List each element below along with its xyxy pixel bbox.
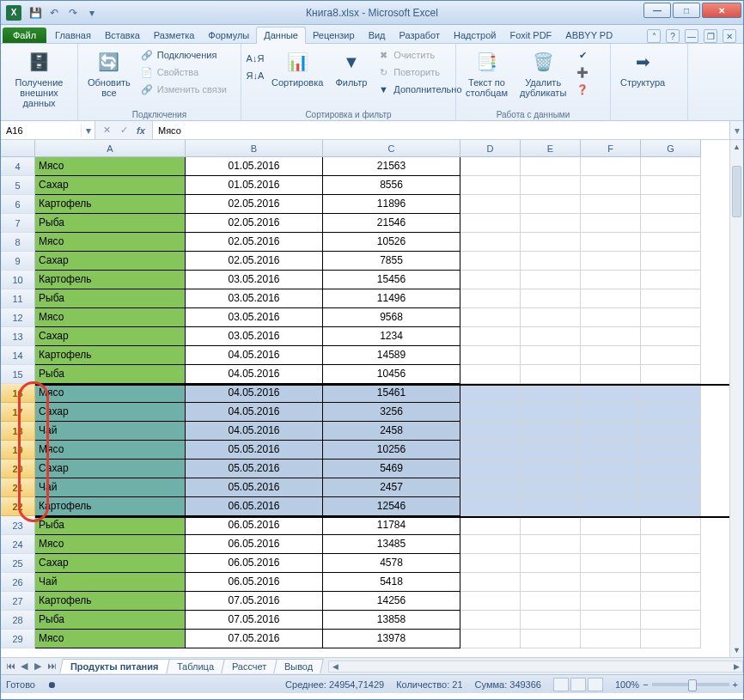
sheet-tab[interactable]: Рассчет bbox=[221, 659, 277, 673]
cell[interactable] bbox=[521, 592, 581, 611]
cell[interactable] bbox=[641, 214, 701, 233]
hscroll-left-icon[interactable]: ◀ bbox=[329, 661, 341, 672]
cell[interactable] bbox=[460, 289, 521, 308]
sheet-nav-prev-icon[interactable]: ◀ bbox=[18, 660, 30, 672]
cell[interactable] bbox=[521, 365, 581, 384]
row-header[interactable]: 15 bbox=[1, 365, 35, 384]
sheet-nav-next-icon[interactable]: ▶ bbox=[32, 660, 44, 672]
tab-надстрой[interactable]: Надстрой bbox=[447, 27, 503, 43]
cell[interactable] bbox=[641, 308, 701, 327]
scroll-up-icon[interactable]: ▲ bbox=[730, 140, 743, 154]
cell[interactable] bbox=[641, 157, 701, 176]
cell[interactable] bbox=[581, 346, 641, 365]
row-header[interactable]: 24 bbox=[1, 535, 35, 554]
cell[interactable] bbox=[460, 384, 521, 403]
zoom-slider[interactable] bbox=[652, 683, 729, 686]
cell[interactable]: 10456 bbox=[323, 365, 460, 384]
tab-file[interactable]: Файл bbox=[3, 27, 46, 43]
cell[interactable] bbox=[460, 346, 521, 365]
cell[interactable] bbox=[641, 573, 701, 592]
view-pagebreak-icon[interactable] bbox=[588, 678, 603, 691]
mdi-close-icon[interactable]: ✕ bbox=[723, 29, 736, 43]
cell[interactable]: 14589 bbox=[323, 346, 460, 365]
cell[interactable] bbox=[460, 592, 521, 611]
cell[interactable] bbox=[641, 289, 701, 308]
cell[interactable]: Рыба bbox=[35, 289, 186, 308]
cell[interactable]: Сахар bbox=[35, 460, 186, 478]
cell[interactable]: Картофель bbox=[35, 497, 186, 516]
cell[interactable] bbox=[460, 554, 521, 573]
cell[interactable]: 03.05.2016 bbox=[186, 308, 323, 327]
row-header[interactable]: 5 bbox=[1, 176, 35, 195]
row-header[interactable]: 20 bbox=[1, 460, 35, 478]
cell[interactable]: Картофель bbox=[35, 592, 186, 611]
tab-данные[interactable]: Данные bbox=[256, 27, 306, 44]
cell[interactable]: Мясо bbox=[35, 630, 186, 648]
cell[interactable] bbox=[581, 365, 641, 384]
cell[interactable]: 06.05.2016 bbox=[186, 554, 323, 573]
cell[interactable]: Сахар bbox=[35, 327, 186, 346]
worksheet-grid[interactable]: ABCDEFG 45678910111213141516171819202122… bbox=[1, 140, 743, 657]
cell[interactable]: 21563 bbox=[323, 157, 460, 176]
row-header[interactable]: 9 bbox=[1, 252, 35, 271]
cell[interactable] bbox=[460, 516, 521, 535]
cell[interactable] bbox=[641, 252, 701, 271]
qat-undo-icon[interactable]: ↶ bbox=[47, 6, 61, 20]
insert-function-button[interactable]: fx bbox=[133, 123, 149, 138]
formula-cancel-icon[interactable]: ✕ bbox=[99, 123, 114, 138]
row-header[interactable]: 27 bbox=[1, 592, 35, 611]
cell[interactable]: 05.05.2016 bbox=[186, 441, 323, 460]
row-header[interactable]: 16 bbox=[1, 384, 35, 403]
cell[interactable]: 02.05.2016 bbox=[186, 195, 323, 214]
cell[interactable] bbox=[581, 384, 641, 403]
cell[interactable]: Сахар bbox=[35, 176, 186, 195]
cell[interactable]: Картофель bbox=[35, 195, 186, 214]
row-header[interactable]: 6 bbox=[1, 195, 35, 214]
cell[interactable] bbox=[460, 422, 521, 441]
cell[interactable]: Мясо bbox=[35, 157, 186, 176]
cell[interactable] bbox=[641, 384, 701, 403]
cell[interactable] bbox=[581, 554, 641, 573]
mdi-minimize-icon[interactable]: — bbox=[685, 29, 698, 43]
tab-разметка[interactable]: Разметка bbox=[147, 27, 202, 43]
cell[interactable] bbox=[581, 308, 641, 327]
cell[interactable] bbox=[641, 516, 701, 535]
cell[interactable] bbox=[581, 157, 641, 176]
cell[interactable] bbox=[521, 271, 581, 289]
cell[interactable]: 06.05.2016 bbox=[186, 573, 323, 592]
cell[interactable] bbox=[521, 384, 581, 403]
cell[interactable] bbox=[460, 271, 521, 289]
tab-foxit pdf[interactable]: Foxit PDF bbox=[503, 27, 558, 43]
cell[interactable]: 13485 bbox=[323, 535, 460, 554]
cell[interactable]: 06.05.2016 bbox=[186, 516, 323, 535]
connections-button[interactable]: 🔗Подключения bbox=[138, 47, 229, 63]
column-header-C[interactable]: C bbox=[323, 140, 460, 157]
zoom-out-icon[interactable]: − bbox=[643, 679, 648, 690]
tab-разработ[interactable]: Разработ bbox=[393, 27, 447, 43]
cell[interactable] bbox=[641, 403, 701, 422]
cell[interactable] bbox=[581, 478, 641, 497]
cell[interactable] bbox=[521, 176, 581, 195]
cell[interactable]: 04.05.2016 bbox=[186, 384, 323, 403]
cell[interactable]: Картофель bbox=[35, 271, 186, 289]
edit-links-button[interactable]: 🔗Изменить связи bbox=[138, 82, 229, 97]
tab-главная[interactable]: Главная bbox=[48, 27, 98, 43]
cell[interactable] bbox=[581, 233, 641, 252]
cell[interactable] bbox=[581, 195, 641, 214]
cell[interactable]: 04.05.2016 bbox=[186, 346, 323, 365]
cell[interactable] bbox=[641, 535, 701, 554]
sort-button[interactable]: 📊 Сортировка bbox=[267, 46, 327, 90]
cell[interactable]: Сахар bbox=[35, 252, 186, 271]
name-box-dropdown-icon[interactable]: ▾ bbox=[81, 125, 95, 137]
scroll-down-icon[interactable]: ▼ bbox=[730, 643, 743, 657]
help-icon[interactable]: ? bbox=[666, 29, 680, 43]
cell[interactable]: 03.05.2016 bbox=[186, 327, 323, 346]
cell[interactable]: 21546 bbox=[323, 214, 460, 233]
tab-вид[interactable]: Вид bbox=[362, 27, 393, 43]
formula-enter-icon[interactable]: ✓ bbox=[116, 123, 131, 138]
cell[interactable] bbox=[641, 497, 701, 516]
cell[interactable] bbox=[460, 308, 521, 327]
cell[interactable] bbox=[460, 327, 521, 346]
qat-customize-icon[interactable]: ▾ bbox=[85, 6, 99, 20]
cell[interactable]: Сахар bbox=[35, 403, 186, 422]
